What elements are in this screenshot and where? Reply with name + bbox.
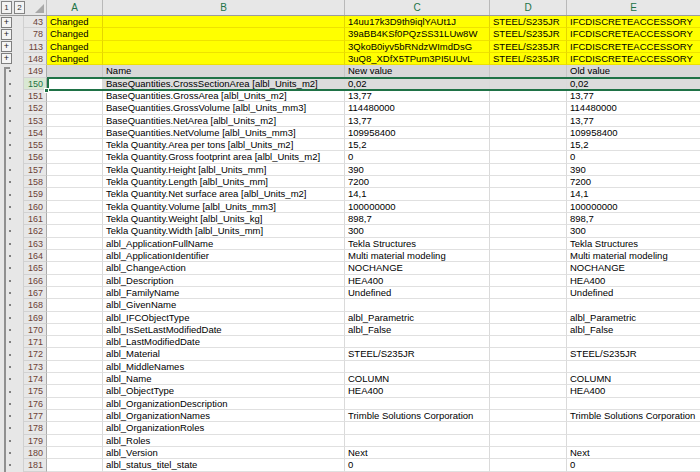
cell[interactable]: 390 (567, 164, 700, 176)
cell[interactable] (47, 435, 103, 447)
cell[interactable] (47, 459, 103, 471)
fill-handle[interactable] (44, 88, 49, 93)
cell[interactable]: albl_ApplicationIdentifier (103, 250, 345, 262)
row-header[interactable]: 43 (24, 16, 47, 28)
cell[interactable] (567, 299, 700, 311)
row-header[interactable]: 157 (24, 164, 47, 176)
cell[interactable]: Tekla Quantity.Height [albl_Units_mm] (103, 164, 345, 176)
cell[interactable] (490, 213, 567, 225)
row-header[interactable]: 166 (24, 275, 47, 287)
cell[interactable]: albl_IFCObjectType (103, 312, 345, 324)
cell[interactable] (490, 324, 567, 336)
cell[interactable]: STEEL/S235JR (490, 53, 567, 65)
cell[interactable] (47, 361, 103, 373)
row-header[interactable]: 175 (24, 385, 47, 397)
cell[interactable] (490, 385, 567, 397)
cell[interactable]: COLUMN (345, 373, 490, 385)
cell[interactable]: albl_False (345, 324, 490, 336)
cell[interactable] (47, 422, 103, 434)
row-header[interactable]: 177 (24, 410, 47, 422)
cell[interactable]: albl_ObjectType (103, 385, 345, 397)
row-header[interactable]: 154 (24, 127, 47, 139)
row-header[interactable]: 155 (24, 139, 47, 151)
cell[interactable]: albl_status_titel_state (103, 459, 345, 471)
row-header[interactable]: 167 (24, 287, 47, 299)
outline-expand-button[interactable]: + (1, 41, 12, 52)
cell[interactable]: 0 (345, 459, 490, 471)
cell[interactable]: albl_Parametric (567, 312, 700, 324)
cell[interactable] (567, 361, 700, 373)
cell[interactable]: albl_False (567, 324, 700, 336)
cell[interactable]: albl_Description (103, 275, 345, 287)
cell[interactable] (47, 238, 103, 250)
cell[interactable]: IFCDISCRETEACCESSORY (567, 28, 700, 40)
cell[interactable]: Tekla Quantity.Length [albl_Units_mm] (103, 176, 345, 188)
row-header[interactable]: 173 (24, 361, 47, 373)
row-header[interactable]: 164 (24, 250, 47, 262)
cell[interactable] (47, 127, 103, 139)
cell[interactable] (490, 127, 567, 139)
cell[interactable]: Tekla Quantity.Width [albl_Units_mm] (103, 225, 345, 237)
cell[interactable] (490, 176, 567, 188)
cell[interactable] (47, 312, 103, 324)
cell[interactable] (47, 201, 103, 213)
column-header-c[interactable]: C (345, 0, 490, 15)
column-header-b[interactable]: B (103, 0, 345, 15)
cell[interactable]: albl_GivenName (103, 299, 345, 311)
cell[interactable]: IFCDISCRETEACCESSORY (567, 41, 700, 53)
cell[interactable] (47, 275, 103, 287)
cell[interactable] (47, 348, 103, 360)
cell[interactable] (567, 422, 700, 434)
cell[interactable]: 15,2 (345, 139, 490, 151)
cell[interactable]: 100000000 (345, 201, 490, 213)
cell[interactable]: 300 (567, 225, 700, 237)
cell[interactable]: 0 (345, 151, 490, 163)
cell[interactable]: 114480000 (567, 102, 700, 114)
cell[interactable] (345, 361, 490, 373)
cell[interactable]: Changed (47, 16, 103, 28)
cell[interactable] (567, 398, 700, 410)
cell[interactable]: 100000000 (567, 201, 700, 213)
cell[interactable]: albl_IsSetLastModifiedDate (103, 324, 345, 336)
cell[interactable] (103, 28, 345, 40)
cell[interactable] (47, 102, 103, 114)
cell[interactable]: 13,77 (345, 115, 490, 127)
cell[interactable] (47, 250, 103, 262)
cell[interactable] (490, 151, 567, 163)
cell[interactable]: 3QkoB0iyv5bRNdzWImdDsG (345, 41, 490, 53)
cell[interactable]: 109958400 (345, 127, 490, 139)
cell[interactable] (47, 324, 103, 336)
cell[interactable] (47, 225, 103, 237)
cell[interactable] (47, 299, 103, 311)
cell[interactable] (345, 299, 490, 311)
row-header[interactable]: 148 (24, 53, 47, 65)
cell[interactable] (47, 398, 103, 410)
cell[interactable]: albl_OrganizationDescription (103, 398, 345, 410)
cell[interactable]: 114480000 (345, 102, 490, 114)
cell[interactable]: Tekla Quantity.Weight [albl_Units_kg] (103, 213, 345, 225)
cell[interactable]: 39aBB4KSf0PQzSS31LUw8W (345, 28, 490, 40)
cell[interactable] (47, 139, 103, 151)
cell[interactable]: COLUMN (567, 373, 700, 385)
cell[interactable]: 7200 (567, 176, 700, 188)
cell[interactable]: 14,1 (345, 188, 490, 200)
column-header-e[interactable]: E (567, 0, 700, 15)
cell[interactable]: 0 (567, 151, 700, 163)
row-header[interactable]: 171 (24, 336, 47, 348)
cell[interactable] (490, 299, 567, 311)
outline-level-1-button[interactable]: 1 (1, 1, 12, 14)
cell[interactable]: 15,2 (567, 139, 700, 151)
cell[interactable]: Tekla Structures (567, 238, 700, 250)
cell[interactable] (490, 188, 567, 200)
cell[interactable] (490, 361, 567, 373)
cell[interactable] (490, 164, 567, 176)
cell[interactable]: 390 (345, 164, 490, 176)
cell[interactable]: Changed (47, 28, 103, 40)
cell[interactable]: albl_OrganizationRoles (103, 422, 345, 434)
cell[interactable] (490, 447, 567, 459)
row-header[interactable]: 159 (24, 188, 47, 200)
row-header[interactable]: 169 (24, 312, 47, 324)
cell[interactable]: albl_Name (103, 373, 345, 385)
outline-expand-button[interactable]: + (1, 17, 12, 28)
cell[interactable] (47, 287, 103, 299)
